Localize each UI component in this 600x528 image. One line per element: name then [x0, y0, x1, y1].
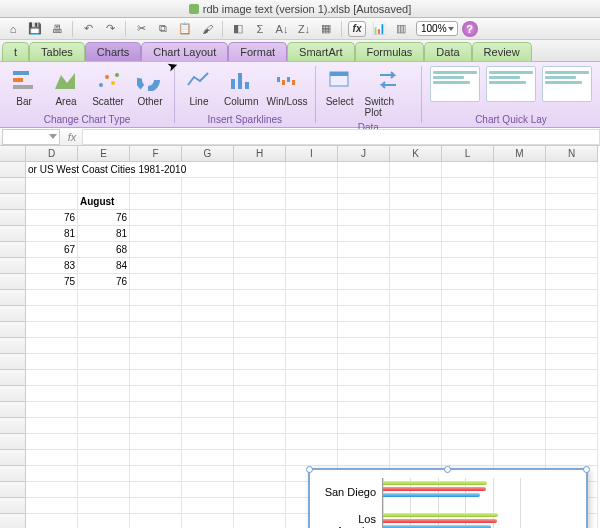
cell[interactable]	[442, 402, 494, 418]
cell[interactable]	[546, 450, 598, 466]
cell[interactable]: 81	[26, 226, 78, 242]
embedded-chart[interactable]: San DiegoLos AngelesSan FranciscoPortlan…	[308, 468, 588, 528]
cell[interactable]	[390, 450, 442, 466]
row-header[interactable]	[0, 194, 26, 210]
cell[interactable]	[442, 322, 494, 338]
tab-charts[interactable]: Charts	[85, 42, 141, 61]
cell[interactable]	[494, 450, 546, 466]
cell[interactable]	[286, 450, 338, 466]
sort-asc-icon[interactable]: A↓	[273, 21, 291, 37]
cell[interactable]	[546, 354, 598, 370]
cell[interactable]	[234, 450, 286, 466]
cell[interactable]	[130, 322, 182, 338]
cell[interactable]	[442, 210, 494, 226]
row-header[interactable]	[0, 242, 26, 258]
cell[interactable]	[78, 322, 130, 338]
cell[interactable]	[442, 354, 494, 370]
cell[interactable]	[130, 226, 182, 242]
cell[interactable]	[182, 370, 234, 386]
cell[interactable]	[338, 450, 390, 466]
cell[interactable]	[78, 386, 130, 402]
cell[interactable]	[442, 386, 494, 402]
cell[interactable]	[390, 226, 442, 242]
cell[interactable]	[390, 354, 442, 370]
cell[interactable]	[442, 242, 494, 258]
cell[interactable]	[442, 178, 494, 194]
cell[interactable]	[494, 306, 546, 322]
cell[interactable]	[546, 178, 598, 194]
cell[interactable]	[130, 194, 182, 210]
cell[interactable]	[546, 258, 598, 274]
cell[interactable]	[78, 418, 130, 434]
cell[interactable]	[26, 354, 78, 370]
cell[interactable]	[390, 418, 442, 434]
resize-handle[interactable]	[306, 466, 313, 473]
cell[interactable]	[78, 466, 130, 482]
cell[interactable]	[338, 274, 390, 290]
cell[interactable]	[234, 418, 286, 434]
cell[interactable]	[182, 322, 234, 338]
cell[interactable]	[494, 386, 546, 402]
column-header[interactable]: G	[182, 146, 234, 162]
fx-button[interactable]: fx	[348, 21, 366, 37]
copy-icon[interactable]: ⧉	[154, 21, 172, 37]
cell[interactable]	[338, 258, 390, 274]
cell[interactable]	[130, 258, 182, 274]
cell[interactable]	[286, 242, 338, 258]
cut-icon[interactable]: ✂	[132, 21, 150, 37]
row-header[interactable]	[0, 354, 26, 370]
row-header[interactable]	[0, 402, 26, 418]
column-header[interactable]: D	[26, 146, 78, 162]
row-header[interactable]	[0, 178, 26, 194]
cell[interactable]	[390, 274, 442, 290]
cell[interactable]	[442, 418, 494, 434]
cell[interactable]	[390, 290, 442, 306]
switchplot-button[interactable]: Switch Plot	[362, 64, 417, 120]
cell[interactable]	[234, 178, 286, 194]
cell[interactable]	[338, 226, 390, 242]
autosum-icon[interactable]: Σ	[251, 21, 269, 37]
cell[interactable]	[234, 354, 286, 370]
cell[interactable]	[26, 514, 78, 528]
cell[interactable]	[234, 162, 286, 178]
cell[interactable]	[286, 274, 338, 290]
cell[interactable]	[130, 386, 182, 402]
format-painter-icon[interactable]: 🖌	[198, 21, 216, 37]
cell[interactable]	[546, 386, 598, 402]
area-button[interactable]: Area	[46, 64, 86, 112]
cell[interactable]	[26, 338, 78, 354]
row-header[interactable]	[0, 210, 26, 226]
cell[interactable]	[494, 354, 546, 370]
cell[interactable]	[390, 386, 442, 402]
cell[interactable]	[338, 402, 390, 418]
cell[interactable]	[494, 434, 546, 450]
cell[interactable]	[546, 226, 598, 242]
cell[interactable]	[78, 402, 130, 418]
cell[interactable]: 84	[78, 258, 130, 274]
cell[interactable]	[494, 370, 546, 386]
cell[interactable]	[182, 338, 234, 354]
column-header[interactable]: N	[546, 146, 598, 162]
cell[interactable]	[546, 434, 598, 450]
cell[interactable]	[442, 338, 494, 354]
cell[interactable]	[390, 402, 442, 418]
cell[interactable]: 83	[26, 258, 78, 274]
cell[interactable]	[182, 290, 234, 306]
line-button[interactable]: Line	[179, 64, 219, 112]
column-header[interactable]: I	[286, 146, 338, 162]
cell[interactable]	[26, 466, 78, 482]
cell[interactable]	[442, 258, 494, 274]
cell[interactable]	[130, 466, 182, 482]
cell[interactable]	[130, 418, 182, 434]
cell[interactable]	[494, 290, 546, 306]
cell[interactable]	[546, 338, 598, 354]
cell[interactable]	[182, 482, 234, 498]
cell[interactable]	[182, 434, 234, 450]
cell[interactable]	[338, 210, 390, 226]
cell[interactable]: or US West Coast Cities 1981-2010	[26, 162, 234, 178]
print-icon[interactable]: 🖶	[48, 21, 66, 37]
column-header[interactable]: K	[390, 146, 442, 162]
cell[interactable]	[442, 370, 494, 386]
cell[interactable]	[78, 178, 130, 194]
cell[interactable]	[26, 386, 78, 402]
